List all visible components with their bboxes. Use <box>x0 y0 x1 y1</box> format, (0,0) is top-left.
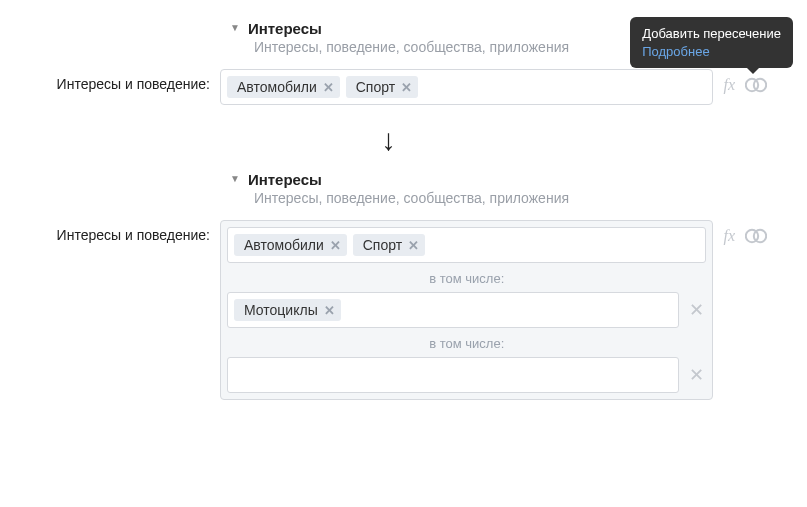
token-sport: Спорт ✕ <box>353 234 425 256</box>
remove-row-icon[interactable]: ✕ <box>687 364 706 386</box>
intersect-icon[interactable] <box>745 77 767 93</box>
section-header[interactable]: ▼ Интересы <box>230 171 767 188</box>
including-caption: в том числе: <box>227 263 706 292</box>
section-title: Интересы <box>248 20 322 37</box>
svg-point-1 <box>754 79 766 91</box>
token-auto: Автомобили ✕ <box>234 234 347 256</box>
including-caption: в том числе: <box>227 328 706 357</box>
remove-token-icon[interactable]: ✕ <box>408 239 419 252</box>
interests-section-before: ▼ Интересы Интересы, поведение, сообщест… <box>10 20 767 105</box>
remove-token-icon[interactable]: ✕ <box>323 81 334 94</box>
intersection-row: Мотоциклы ✕ ✕ <box>227 292 706 328</box>
token-sport: Спорт ✕ <box>346 76 418 98</box>
token-label: Автомобили <box>244 237 324 253</box>
svg-point-3 <box>754 230 766 242</box>
token-auto: Автомобили ✕ <box>227 76 340 98</box>
formula-icon[interactable]: fx <box>723 76 735 94</box>
segment-token-input[interactable]: Мотоциклы ✕ <box>227 292 679 328</box>
interests-token-input[interactable]: Автомобили ✕ Спорт ✕ <box>220 69 713 105</box>
field-body: Автомобили ✕ Спорт ✕ в том числе: Мотоци… <box>220 220 767 400</box>
section-title: Интересы <box>248 171 322 188</box>
formula-icon[interactable]: fx <box>723 227 735 245</box>
intersect-icon[interactable] <box>745 228 767 244</box>
intersection-row-empty: ✕ <box>227 357 706 393</box>
field-side-icons: fx <box>723 69 767 94</box>
section-subtitle: Интересы, поведение, сообщества, приложе… <box>254 190 767 206</box>
segment-token-input[interactable]: Автомобили ✕ Спорт ✕ <box>227 227 706 263</box>
token-label: Спорт <box>363 237 402 253</box>
arrow-down-icon: ↓ <box>10 123 767 157</box>
token-label: Автомобили <box>237 79 317 95</box>
field-label: Интересы и поведение: <box>10 220 220 243</box>
interests-section-after: ▼ Интересы Интересы, поведение, сообщест… <box>10 171 767 400</box>
chevron-down-icon: ▼ <box>230 22 240 33</box>
intersect-tooltip: Добавить пересечение Подробнее <box>630 17 793 68</box>
remove-token-icon[interactable]: ✕ <box>330 239 341 252</box>
remove-token-icon[interactable]: ✕ <box>401 81 412 94</box>
field-side-icons: fx <box>723 220 767 245</box>
intersection-segment: Автомобили ✕ Спорт ✕ в том числе: Мотоци… <box>220 220 713 400</box>
interests-field-row: Интересы и поведение: Автомобили ✕ Спорт… <box>10 220 767 400</box>
field-label: Интересы и поведение: <box>10 69 220 92</box>
token-moto: Мотоциклы ✕ <box>234 299 341 321</box>
remove-row-icon[interactable]: ✕ <box>687 299 706 321</box>
tooltip-learn-more-link[interactable]: Подробнее <box>642 44 709 59</box>
interests-field-row: Добавить пересечение Подробнее Интересы … <box>10 69 767 105</box>
segment-token-input[interactable] <box>227 357 679 393</box>
token-label: Мотоциклы <box>244 302 318 318</box>
field-body: Автомобили ✕ Спорт ✕ fx <box>220 69 767 105</box>
remove-token-icon[interactable]: ✕ <box>324 304 335 317</box>
token-label: Спорт <box>356 79 395 95</box>
chevron-down-icon: ▼ <box>230 173 240 184</box>
tooltip-title: Добавить пересечение <box>642 26 781 41</box>
